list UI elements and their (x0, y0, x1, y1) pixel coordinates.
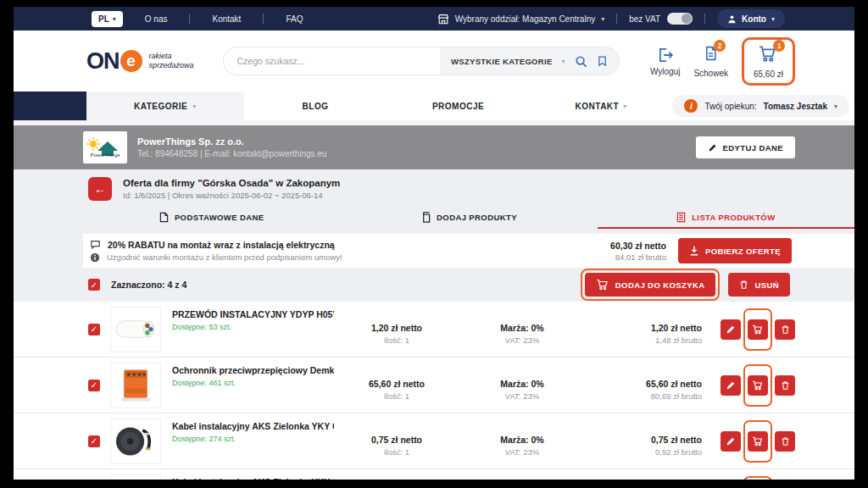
copy-icon (420, 212, 431, 223)
tab-lista-produktow[interactable]: LISTA PRODUKTÓW (598, 207, 854, 229)
caretaker-menu[interactable]: i Twój opiekun: Tomasz Jesztak ▾ (672, 95, 849, 117)
edit-product-button[interactable] (721, 375, 741, 396)
tab-dodaj-produkty[interactable]: DODAJ PRODUKTY (340, 207, 597, 229)
vat-toggle-label: bez VAT (629, 14, 660, 24)
selected-count-label: Zaznaczono: 4 z 4 (111, 280, 186, 290)
delete-product-button[interactable] (775, 319, 795, 340)
chevron-down-icon: ▾ (623, 103, 627, 110)
back-button[interactable]: ← (88, 177, 112, 201)
offer-meta: Id: 1/6/2025 | Okres ważności 2025-06-02… (123, 191, 340, 200)
product-qty: Ilość: 1 (334, 447, 459, 457)
site-logo[interactable]: ON e rakietasprzedażowa (86, 48, 194, 75)
discount-note: Uzgodnić warunki montażu z klientem prze… (107, 252, 342, 262)
divider (263, 14, 264, 24)
product-margin: Marża: 0% (459, 379, 585, 389)
topbar-link-faq[interactable]: FAQ (286, 14, 303, 24)
offer-header: ← Oferta dla firmy "Górska Osada" w Zako… (14, 169, 854, 207)
store-icon (437, 14, 449, 25)
chevron-down-icon: ▾ (771, 15, 775, 23)
cable-spool-image (112, 421, 159, 462)
cart-icon (596, 279, 609, 291)
product-image (110, 307, 161, 352)
product-qty: Ilość: 1 (334, 391, 459, 401)
clipboard-button[interactable]: 2 Schowek (693, 45, 728, 78)
add-product-to-cart-button[interactable] (748, 319, 768, 340)
trash-icon (781, 436, 790, 446)
download-icon (689, 246, 699, 256)
tab-podstawowe-dane[interactable]: PODSTAWOWE DANE (83, 207, 340, 229)
bookmark-icon[interactable] (597, 55, 608, 67)
product-title: Kabel instalacyjny AKS Zielonka YKY C3 x… (172, 421, 334, 431)
caretaker-icon: i (684, 99, 698, 113)
product-title: PRZEWÓD INSTALACYJNY YDYP H05VV-F 3x 5 B… (172, 309, 334, 319)
nav-item-blog[interactable]: BLOG (244, 92, 387, 120)
topbar-link-o-nas[interactable]: O nas (145, 14, 168, 24)
logout-label: Wyloguj (650, 67, 680, 76)
nav-item-kontakt[interactable]: KONTAKT ▾ (530, 92, 673, 120)
app-frame: PL ▾ O nas Kontakt FAQ Wybrany oddział: … (14, 7, 854, 480)
categories-dropdown[interactable]: WSZYSTKIE KATEGORIE (451, 57, 553, 66)
annotation-highlight-row-cart (743, 476, 772, 480)
account-menu[interactable]: Konto ▾ (717, 9, 785, 28)
offer-title: Oferta dla firmy "Górska Osada" w Zakopa… (123, 178, 340, 188)
chevron-down-icon: ▾ (562, 58, 565, 65)
download-offer-button[interactable]: POBIERZ OFERTĘ (678, 238, 792, 263)
edit-data-button[interactable]: EDYTUJ DANE (696, 136, 795, 158)
product-row: ✓ Kabel instalacyjny AKS Zielonka YKY C3… (14, 469, 854, 480)
account-label: Konto (742, 14, 766, 24)
delete-product-button[interactable] (775, 431, 795, 452)
nav-item-promocje[interactable]: PROMOCJE (387, 92, 530, 120)
search-bar: WSZYSTKIE KATEGORIE ▾ (223, 47, 620, 75)
nav-item-kategorie[interactable]: KATEGORIE ▾ (86, 92, 244, 120)
search-icon[interactable] (575, 55, 587, 68)
add-product-to-cart-button[interactable] (748, 375, 768, 396)
offer-total-netto: 60,30 zł netto (610, 241, 666, 251)
product-availability: Dostępne: 461 szt. (172, 379, 334, 387)
cart-icon (752, 324, 764, 335)
select-all-checkbox[interactable]: ✓ (88, 279, 100, 291)
language-label: PL (98, 14, 109, 24)
caretaker-prefix: Twój opiekun: (704, 102, 756, 111)
delete-selected-button[interactable]: USUŃ (728, 273, 790, 297)
product-total-netto: 0,75 zł netto (585, 435, 702, 445)
product-row: ✓ PRZEWÓD INSTALACYJNY YDYP H05VV-F 3x 5… (14, 302, 854, 358)
info-icon (90, 252, 100, 263)
product-margin: Marża: 0% (459, 435, 585, 445)
logout-button[interactable]: Wyloguj (650, 47, 680, 76)
delete-product-button[interactable] (775, 375, 795, 396)
cable-spool-image (112, 477, 159, 480)
cart-button[interactable]: 1 65,60 zł (754, 45, 783, 79)
company-logo: PowerThings (83, 131, 127, 164)
topbar-link-kontakt[interactable]: Kontakt (212, 14, 241, 24)
product-list: ✓ PRZEWÓD INSTALACYJNY YDYP H05VV-F 3x 5… (14, 302, 854, 480)
product-price-netto: 0,75 zł netto (334, 435, 459, 445)
screenshot-stage: PL ▾ O nas Kontakt FAQ Wybrany oddział: … (0, 0, 868, 488)
row-checkbox[interactable]: ✓ (88, 435, 100, 447)
row-checkbox[interactable]: ✓ (88, 324, 100, 336)
search-input[interactable] (224, 56, 440, 66)
row-checkbox[interactable]: ✓ (88, 380, 100, 391)
product-availability: Dostępne: 53 szt. (172, 323, 334, 331)
cable-white-image (112, 309, 159, 350)
add-to-cart-button[interactable]: DODAJ DO KOSZYKA (585, 273, 716, 297)
language-selector[interactable]: PL ▾ (92, 11, 123, 27)
logo-e-disc: e (120, 50, 142, 72)
pencil-icon (708, 143, 717, 152)
product-qty: Ilość: 1 (334, 336, 459, 345)
product-title: Ochronnik przeciwprzepięciowy Demko 4P 8… (172, 365, 334, 375)
comment-icon (90, 240, 101, 250)
cart-badge: 1 (773, 40, 785, 52)
annotation-highlight-add-to-cart: DODAJ DO KOSZYKA (581, 269, 721, 301)
discount-panel: 20% RABATU na montaż wraz z instalacją e… (83, 234, 854, 268)
company-bar: PowerThings PowerThings Sp. zz o.o. Tel.… (14, 125, 854, 169)
edit-product-button[interactable] (721, 319, 741, 340)
product-availability: Dostępne: 274 szt. (172, 435, 334, 443)
cart-icon (752, 436, 764, 446)
add-product-to-cart-button[interactable] (748, 431, 768, 452)
branch-selector[interactable]: Wybrany oddział: Magazyn Centralny ▾ (437, 14, 605, 25)
discount-title: 20% RABATU na montaż wraz z instalacją e… (108, 240, 335, 250)
product-total-netto: 1,20 zł netto (585, 323, 702, 333)
product-margin: Marża: 0% (459, 323, 585, 333)
vat-toggle[interactable] (667, 13, 693, 25)
edit-product-button[interactable] (721, 431, 741, 452)
